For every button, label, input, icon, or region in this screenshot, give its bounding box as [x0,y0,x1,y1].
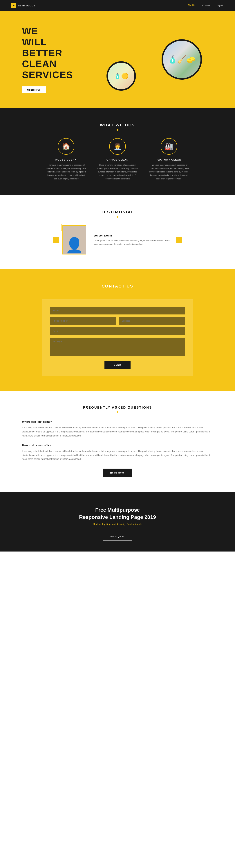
services-grid: 🏠 HOUSE CLEAN There are many variations … [22,138,213,180]
logo: ✦ METICULOUS [11,3,35,8]
phone-input[interactable] [50,317,116,325]
footer-headline: Free Multipurpose Responsive Landing Pag… [22,506,213,521]
testimonial-avatar-wrapper: 👤 [62,225,86,254]
contact-form-row [50,317,185,327]
send-button[interactable]: SEND [105,361,130,369]
hero-image-small: 🧴🟡 [107,61,136,91]
section-dot-yellow [117,129,118,131]
spray-bottle-image: 🧴🟡 [108,63,135,89]
nav-link-we-do[interactable]: We Do [188,4,195,7]
cleaning-supplies-image: 🧴🧹🧽 [163,41,201,78]
faq-item-0: Where can I get some? It is a long estab… [22,420,213,438]
services-input[interactable] [119,317,185,325]
footer-tagline: Modern lighting fast & easily Customizab… [22,523,213,525]
hero-cta-button[interactable]: Contact Us [22,86,46,93]
contact-dot [117,290,118,292]
factory-clean-name: FACTORY CLEAN [149,158,189,161]
contact-section: CONTACT US SEND [0,269,235,391]
testimonial-text: Jonson Donat Lorem ipsum dolor sit amet,… [94,234,173,246]
read-more-button[interactable]: Read More [103,469,132,477]
faq-answer-1: It is a long established fact that a rea… [22,449,213,461]
house-clean-desc: There are many variations of passages of… [46,163,86,180]
what-we-do-section: WHAT WE DO? 🏠 HOUSE CLEAN There are many… [0,108,235,195]
faq-item-1: How to do clean office It is a long esta… [22,444,213,461]
testimonial-outer: ‹ 👤 Jonson Donat Lorem ipsum dolor sit a… [53,225,182,254]
hero-images: 🧴🧹🧽 🧴🟡 [92,39,213,80]
footer: Free Multipurpose Responsive Landing Pag… [0,492,235,552]
faq-title: FREQUENTLY ASKED QUESTIONS [22,406,213,409]
contact-form: SEND [42,299,193,376]
faq-answer-0: It is a long established fact that a rea… [22,426,213,438]
office-clean-desc: There are many variations of passages of… [97,163,138,180]
house-clean-name: HOUSE CLEAN [46,158,86,161]
hero-headline: WE WILL BETTER CLEAN SERVICES [22,26,92,81]
get-quote-button[interactable]: Get A Quote [103,533,132,540]
nav-link-signin[interactable]: Sign in [217,4,224,7]
factory-clean-icon: 🏭 [160,138,177,155]
office-clean-name: OFFICE CLEAN [97,158,138,161]
contact-title: CONTACT US [22,284,213,288]
testimonial-name: Jonson Donat [94,234,173,237]
logo-text: METICULOUS [18,4,35,7]
service-factory-clean: 🏭 FACTORY CLEAN There are many variation… [149,138,189,180]
logo-icon: ✦ [11,3,16,8]
faq-question-1: How to do clean office [22,444,213,447]
faq-dot [117,411,118,413]
testimonial-section: TESTIMONIAL ‹ 👤 Jonson Donat Lorem ipsum… [0,195,235,269]
testimonial-title: TESTIMONIAL [22,210,213,215]
what-we-do-title: WHAT WE DO? [22,123,213,127]
service-office-clean: 🧑‍💼 OFFICE CLEAN There are many variatio… [97,138,138,180]
nav-links: We Do Contact Sign in [188,4,224,7]
testimonial-corner-decoration [61,224,68,231]
message-input[interactable] [50,338,185,356]
navbar: ✦ METICULOUS We Do Contact Sign in [0,0,235,11]
nav-link-contact[interactable]: Contact [202,4,210,7]
office-clean-icon: 🧑‍💼 [109,138,126,155]
hero-text: WE WILL BETTER CLEAN SERVICES Contact Us [22,26,92,93]
email-input[interactable] [50,327,185,335]
hero-section: WE WILL BETTER CLEAN SERVICES Contact Us… [0,11,235,108]
house-clean-icon: 🏠 [58,138,75,155]
name-input[interactable] [50,307,185,314]
testimonial-quote: Lorem ipsum dolor sit amet, consectetur … [94,239,173,246]
service-house-clean: 🏠 HOUSE CLEAN There are many variations … [46,138,86,180]
factory-clean-desc: There are many variations of passages of… [149,163,189,180]
faq-section: FREQUENTLY ASKED QUESTIONS Where can I g… [0,391,235,492]
faq-question-0: Where can I get some? [22,420,213,423]
testimonial-next-button[interactable]: › [176,237,182,243]
testimonial-prev-button[interactable]: ‹ [53,237,59,243]
testimonial-dot [117,216,118,218]
testimonial-content: 👤 Jonson Donat Lorem ipsum dolor sit ame… [62,225,173,254]
hero-image-large: 🧴🧹🧽 [161,39,202,80]
